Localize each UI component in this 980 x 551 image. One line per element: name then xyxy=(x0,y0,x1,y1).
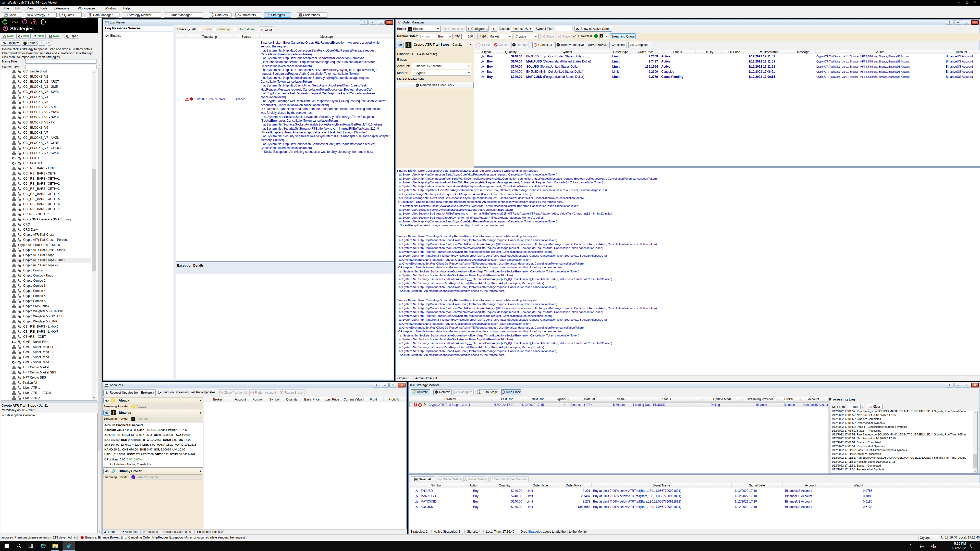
svg-text:!: ! xyxy=(415,404,416,407)
svg-text:y!: y! xyxy=(132,476,134,478)
